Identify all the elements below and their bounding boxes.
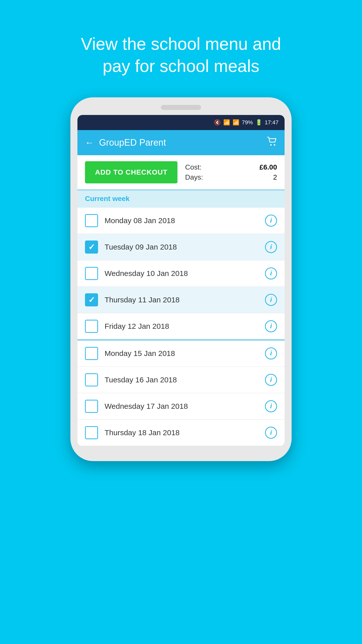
day-row-monday-08[interactable]: Monday 08 Jan 2018 i (77, 208, 285, 234)
day-row-tuesday-16[interactable]: Tuesday 16 Jan 2018 i (77, 367, 285, 393)
signal-icon: 📶 (233, 119, 239, 126)
cost-info: Cost: £6.00 Days: 2 (185, 163, 277, 181)
info-button-thursday-11[interactable]: i (265, 294, 277, 306)
checkbox-thursday-11[interactable]: ✓ (85, 293, 98, 306)
checkbox-monday-15[interactable] (85, 347, 98, 360)
phone-screen: 🔇 📶 📶 79% 🔋 17:47 ← GroupED Parent (77, 115, 285, 446)
day-label-wednesday-17: Wednesday 17 Jan 2018 (105, 402, 265, 411)
info-button-thursday-18[interactable]: i (265, 427, 277, 439)
day-label-monday-15: Monday 15 Jan 2018 (105, 349, 265, 358)
day-label-friday-12: Friday 12 Jan 2018 (105, 322, 265, 331)
day-row-wednesday-17[interactable]: Wednesday 17 Jan 2018 i (77, 393, 285, 420)
cost-label: Cost: (185, 163, 201, 171)
info-button-wednesday-17[interactable]: i (265, 400, 277, 412)
back-button[interactable]: ← (85, 137, 94, 148)
day-row-thursday-18[interactable]: Thursday 18 Jan 2018 i (77, 420, 285, 446)
checkbox-tuesday-09[interactable]: ✓ (85, 240, 98, 254)
phone-frame: 🔇 📶 📶 79% 🔋 17:47 ← GroupED Parent (70, 97, 292, 461)
checkbox-tuesday-16[interactable] (85, 373, 98, 386)
day-row-tuesday-09[interactable]: ✓ Tuesday 09 Jan 2018 i (77, 234, 285, 260)
day-row-wednesday-10[interactable]: Wednesday 10 Jan 2018 i (77, 260, 285, 287)
cost-row: Cost: £6.00 (185, 163, 277, 171)
info-button-monday-15[interactable]: i (265, 347, 277, 359)
days-label: Days: (185, 173, 203, 181)
battery-icon: 🔋 (255, 119, 262, 126)
day-label-monday-08: Monday 08 Jan 2018 (105, 216, 265, 225)
info-button-wednesday-10[interactable]: i (265, 267, 277, 279)
status-icons: 🔇 📶 📶 79% 🔋 17:47 (214, 119, 279, 126)
checkmark-thursday-11: ✓ (88, 295, 95, 305)
days-row: Days: 2 (185, 173, 277, 181)
info-button-friday-12[interactable]: i (265, 320, 277, 332)
svg-point-1 (274, 144, 275, 146)
add-to-checkout-button[interactable]: ADD TO CHECKOUT (85, 161, 177, 183)
info-button-tuesday-09[interactable]: i (265, 241, 277, 253)
page-title: View the school menu and pay for school … (61, 33, 301, 77)
day-row-friday-12[interactable]: Friday 12 Jan 2018 i (77, 313, 285, 340)
day-row-thursday-11[interactable]: ✓ Thursday 11 Jan 2018 i (77, 287, 285, 313)
checkbox-wednesday-10[interactable] (85, 267, 98, 280)
clock: 17:47 (265, 119, 279, 126)
current-week-header: Current week (77, 190, 285, 208)
phone-speaker (161, 105, 201, 110)
checkbox-friday-12[interactable] (85, 320, 98, 333)
day-label-tuesday-09: Tuesday 09 Jan 2018 (105, 243, 265, 251)
day-row-monday-15[interactable]: Monday 15 Jan 2018 i (77, 340, 285, 367)
mute-icon: 🔇 (214, 119, 221, 126)
wifi-icon: 📶 (223, 119, 230, 126)
svg-point-0 (270, 144, 272, 146)
status-bar: 🔇 📶 📶 79% 🔋 17:47 (77, 115, 285, 130)
day-label-wednesday-10: Wednesday 10 Jan 2018 (105, 269, 265, 278)
checkbox-wednesday-17[interactable] (85, 400, 98, 413)
day-label-tuesday-16: Tuesday 16 Jan 2018 (105, 376, 265, 384)
checkout-bar: ADD TO CHECKOUT Cost: £6.00 Days: 2 (77, 155, 285, 190)
app-title: GroupED Parent (99, 137, 166, 148)
battery-level: 79% (242, 119, 253, 126)
day-label-thursday-18: Thursday 18 Jan 2018 (105, 428, 265, 437)
info-button-tuesday-16[interactable]: i (265, 374, 277, 386)
current-week-label: Current week (85, 195, 129, 203)
cost-value: £6.00 (259, 163, 277, 171)
checkbox-monday-08[interactable] (85, 214, 98, 227)
days-value: 2 (273, 173, 277, 181)
info-button-monday-08[interactable]: i (265, 215, 277, 227)
app-bar: ← GroupED Parent (77, 130, 285, 155)
checkmark-tuesday-09: ✓ (88, 242, 95, 252)
cart-button[interactable] (267, 137, 277, 148)
checkbox-thursday-18[interactable] (85, 426, 98, 439)
day-label-thursday-11: Thursday 11 Jan 2018 (105, 296, 265, 304)
